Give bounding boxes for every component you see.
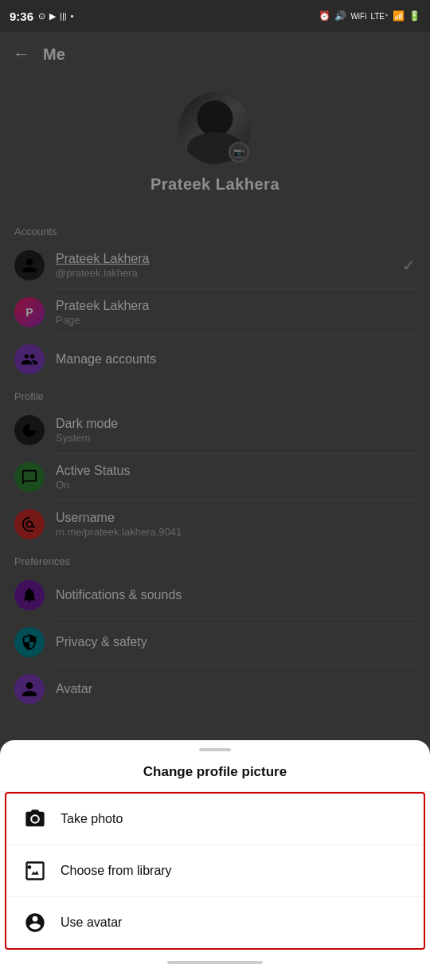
take-photo-item[interactable]: Take photo bbox=[6, 794, 424, 845]
dot-icon: • bbox=[71, 11, 74, 21]
avatar-action-icon bbox=[24, 911, 46, 934]
battery-icon: 🔋 bbox=[408, 10, 420, 22]
choose-library-label: Choose from library bbox=[61, 864, 172, 878]
bottom-sheet: Change profile picture Take photo C bbox=[0, 740, 430, 980]
choose-library-icon bbox=[22, 858, 48, 884]
status-left-icons: ⊙ ▶ ||| • bbox=[38, 11, 73, 22]
choose-library-item[interactable]: Choose from library bbox=[6, 845, 424, 896]
wifi-icon: WiFi bbox=[350, 12, 366, 21]
status-left: 9:36 ⊙ ▶ ||| • bbox=[10, 10, 73, 23]
take-photo-label: Take photo bbox=[61, 812, 123, 826]
bottom-sheet-title: Change profile picture bbox=[0, 758, 430, 792]
status-time: 9:36 bbox=[10, 10, 33, 23]
volume-icon: 🔊 bbox=[334, 10, 346, 22]
gallery-icon bbox=[24, 860, 46, 882]
bottom-bar bbox=[167, 961, 263, 964]
signal-strength-icon: 📶 bbox=[393, 10, 405, 22]
take-photo-icon bbox=[22, 806, 48, 832]
signal-icon: ||| bbox=[60, 11, 67, 21]
youtube-icon: ▶ bbox=[49, 11, 56, 22]
action-items-container: Take photo Choose from library Use bbox=[5, 792, 425, 950]
camera-icon bbox=[24, 808, 46, 830]
main-content: ← Me 📷 Prateek Lakhera Accounts Pratee bbox=[0, 32, 430, 980]
use-avatar-label: Use avatar bbox=[61, 915, 122, 930]
use-avatar-item[interactable]: Use avatar bbox=[6, 896, 424, 948]
alarm-icon: ⏰ bbox=[319, 10, 330, 22]
status-bar: 9:36 ⊙ ▶ ||| • ⏰ 🔊 WiFi LTE⁺ 📶 🔋 bbox=[0, 0, 430, 32]
lte-icon: LTE⁺ bbox=[370, 12, 389, 21]
status-right: ⏰ 🔊 WiFi LTE⁺ 📶 🔋 bbox=[319, 10, 420, 22]
use-avatar-icon bbox=[22, 910, 48, 935]
instagram-icon: ⊙ bbox=[38, 11, 45, 22]
bottom-sheet-handle bbox=[199, 748, 231, 751]
